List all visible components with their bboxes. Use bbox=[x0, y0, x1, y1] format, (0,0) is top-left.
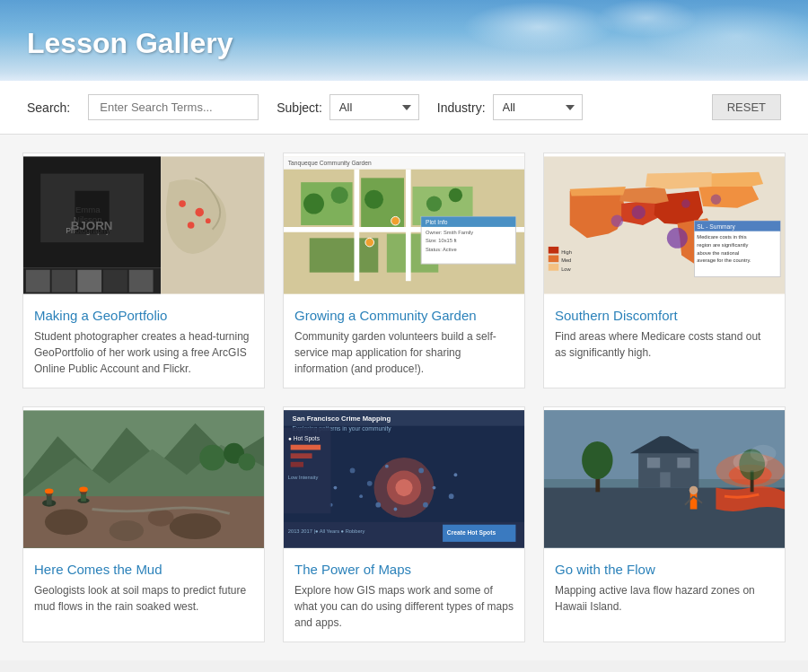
svg-text:Med: Med bbox=[561, 257, 571, 263]
svg-point-87 bbox=[395, 479, 412, 496]
card-garden-body: Growing a Community Garden Community gar… bbox=[284, 297, 524, 388]
svg-point-128 bbox=[689, 486, 698, 495]
svg-rect-8 bbox=[26, 270, 50, 292]
industry-group: Industry: All bbox=[437, 94, 583, 120]
svg-point-44 bbox=[667, 228, 688, 249]
svg-point-93 bbox=[433, 486, 436, 490]
svg-point-94 bbox=[423, 502, 428, 508]
svg-text:Owner: Smith Family: Owner: Smith Family bbox=[426, 230, 473, 235]
svg-point-124 bbox=[582, 441, 612, 479]
svg-point-99 bbox=[334, 486, 338, 490]
svg-point-91 bbox=[385, 465, 389, 468]
svg-point-78 bbox=[199, 445, 225, 471]
svg-rect-10 bbox=[77, 270, 101, 292]
card-southern-desc: Find areas where Medicare costs stand ou… bbox=[555, 328, 774, 361]
svg-point-30 bbox=[426, 196, 442, 211]
svg-text:Low Intensity: Low Intensity bbox=[288, 475, 319, 480]
card-lava[interactable]: Go with the Flow Mapping active lava flo… bbox=[543, 406, 786, 642]
svg-point-29 bbox=[364, 190, 383, 209]
svg-rect-104 bbox=[291, 453, 312, 458]
toolbar: Search: Subject: All Industry: All RESET bbox=[0, 81, 808, 135]
svg-point-89 bbox=[367, 481, 373, 486]
svg-point-14 bbox=[195, 208, 204, 217]
search-label: Search: bbox=[27, 100, 70, 115]
page-title: Lesson Gallery bbox=[27, 27, 781, 60]
gallery-grid: Emma Nilsson Photography BJORN bbox=[22, 153, 786, 642]
svg-rect-121 bbox=[660, 472, 670, 487]
svg-point-28 bbox=[331, 187, 348, 204]
svg-point-88 bbox=[350, 468, 356, 474]
svg-point-45 bbox=[632, 205, 646, 219]
svg-point-90 bbox=[359, 494, 363, 498]
svg-text:Size: 10x15 ft: Size: 10x15 ft bbox=[426, 238, 457, 243]
svg-point-69 bbox=[148, 510, 174, 527]
card-mud-desc: Geologists look at soil maps to predict … bbox=[34, 582, 253, 615]
svg-text:average for the country.: average for the country. bbox=[697, 257, 751, 263]
card-geoportfolio-desc: Student photographer creates a head-turn… bbox=[34, 328, 253, 377]
reset-button[interactable]: RESET bbox=[712, 94, 781, 120]
svg-text:● Hot Spots: ● Hot Spots bbox=[288, 435, 321, 442]
svg-text:Tanqueque Community Garden: Tanqueque Community Garden bbox=[288, 160, 372, 167]
svg-point-80 bbox=[238, 453, 255, 470]
industry-select[interactable]: All bbox=[493, 94, 583, 120]
svg-text:BJORN: BJORN bbox=[71, 219, 113, 232]
svg-point-132 bbox=[751, 445, 777, 462]
svg-point-31 bbox=[449, 188, 462, 202]
svg-point-48 bbox=[681, 199, 690, 208]
svg-point-97 bbox=[454, 473, 458, 476]
svg-point-47 bbox=[611, 215, 623, 227]
gallery: Emma Nilsson Photography BJORN bbox=[0, 135, 808, 660]
svg-point-15 bbox=[188, 222, 195, 229]
svg-point-67 bbox=[110, 520, 144, 541]
svg-text:2013 2017 |● All Years ● Robbe: 2013 2017 |● All Years ● Robbery bbox=[288, 528, 365, 534]
card-lava-body: Go with the Flow Mapping active lava flo… bbox=[544, 551, 785, 625]
svg-point-66 bbox=[45, 510, 88, 536]
card-mud-body: Here Comes the Mud Geologists look at so… bbox=[23, 551, 264, 625]
svg-rect-58 bbox=[549, 264, 558, 271]
card-power-maps[interactable]: San Francisco Crime Mapping Exploring pa… bbox=[283, 406, 525, 642]
card-lava-title: Go with the Flow bbox=[555, 562, 774, 577]
svg-point-46 bbox=[711, 195, 721, 205]
svg-point-68 bbox=[170, 513, 221, 539]
svg-rect-103 bbox=[291, 445, 321, 450]
industry-label: Industry: bbox=[437, 100, 486, 115]
svg-text:above the national: above the national bbox=[697, 250, 739, 256]
svg-point-98 bbox=[449, 493, 454, 499]
svg-text:Status: Active: Status: Active bbox=[426, 247, 457, 252]
svg-text:Medicare costs in this: Medicare costs in this bbox=[697, 234, 746, 240]
card-geoportfolio[interactable]: Emma Nilsson Photography BJORN bbox=[22, 153, 265, 388]
card-power-maps-body: The Power of Maps Explore how GIS maps w… bbox=[284, 551, 524, 641]
card-power-maps-desc: Explore how GIS maps work and some of wh… bbox=[294, 582, 514, 631]
svg-point-77 bbox=[79, 487, 88, 493]
subject-group: Subject: All bbox=[277, 94, 419, 120]
svg-rect-12 bbox=[129, 270, 154, 292]
card-power-maps-title: The Power of Maps bbox=[294, 562, 514, 577]
svg-point-41 bbox=[365, 238, 374, 247]
card-lava-desc: Mapping active lava flow hazard zones on… bbox=[555, 582, 774, 615]
svg-text:High: High bbox=[561, 249, 572, 255]
svg-text:region are significantly: region are significantly bbox=[697, 242, 748, 248]
svg-rect-11 bbox=[103, 270, 127, 292]
card-garden-desc: Community garden volunteers build a self… bbox=[294, 328, 514, 377]
card-geoportfolio-body: Making a GeoPortfolio Student photograph… bbox=[23, 297, 264, 388]
card-geoportfolio-title: Making a GeoPortfolio bbox=[34, 308, 253, 323]
search-input[interactable] bbox=[88, 94, 259, 120]
subject-select[interactable]: All bbox=[329, 94, 419, 120]
card-southern-title: Southern Discomfort bbox=[555, 308, 774, 323]
card-southern[interactable]: SL - Summary Medicare costs in this regi… bbox=[543, 153, 786, 388]
card-mud[interactable]: Here Comes the Mud Geologists look at so… bbox=[22, 406, 265, 642]
svg-text:SL - Summary: SL - Summary bbox=[697, 223, 735, 231]
svg-point-96 bbox=[375, 502, 381, 508]
svg-point-27 bbox=[303, 194, 324, 214]
svg-point-95 bbox=[394, 508, 398, 511]
svg-rect-120 bbox=[677, 458, 689, 467]
svg-text:San Francisco Crime Mapping: San Francisco Crime Mapping bbox=[293, 415, 391, 423]
svg-rect-57 bbox=[549, 256, 558, 263]
svg-point-16 bbox=[206, 218, 211, 223]
svg-text:Plot Info: Plot Info bbox=[426, 219, 448, 225]
card-garden[interactable]: Tanqueque Community Garden bbox=[283, 153, 525, 388]
card-garden-title: Growing a Community Garden bbox=[294, 308, 514, 323]
header: Lesson Gallery bbox=[0, 0, 808, 81]
svg-point-17 bbox=[179, 200, 186, 207]
svg-rect-9 bbox=[52, 270, 76, 292]
